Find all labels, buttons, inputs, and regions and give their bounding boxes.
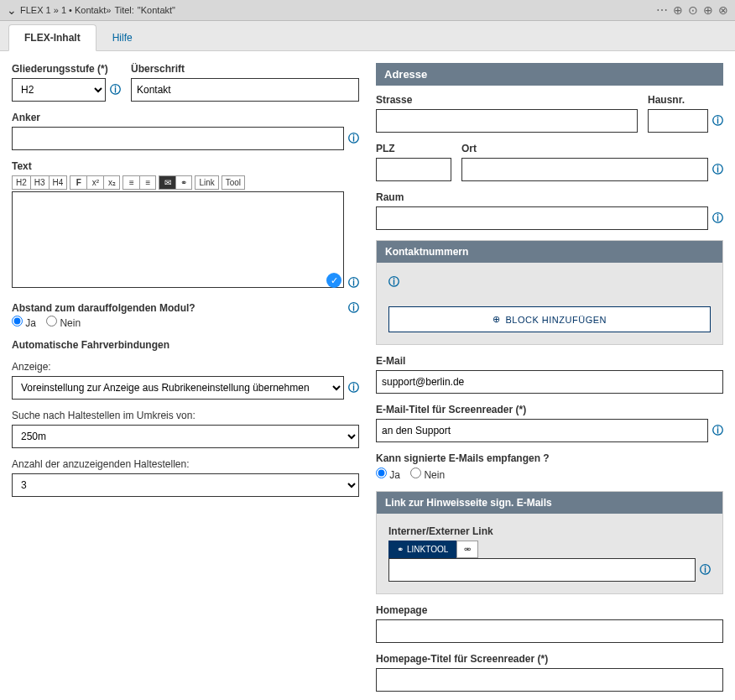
homepage-titel-label: Homepage-Titel für Screenreader (*) [376, 653, 723, 665]
info-icon[interactable]: ⓘ [712, 423, 723, 438]
info-icon[interactable]: ⓘ [347, 275, 359, 290]
info-icon[interactable]: ⓘ [347, 300, 359, 316]
link-input[interactable] [388, 558, 696, 582]
adresse-header: Adresse [376, 63, 723, 86]
bold-button[interactable]: F [70, 175, 86, 190]
mail-icon[interactable]: ✉ [159, 175, 175, 190]
breadcrumb: ⌄ FLEX 1 » 1 • Kontakt» Titel: "Kontakt" [7, 3, 175, 17]
gliederung-label: Gliederungsstufe (*) [12, 63, 121, 75]
email-label: E-Mail [376, 355, 723, 367]
anzeige-select[interactable]: Voreinstellung zur Anzeige aus Rubrikene… [12, 376, 344, 400]
tab-hilfe[interactable]: Hilfe [96, 24, 149, 50]
suche-select[interactable]: 250m [12, 425, 359, 448]
signierte-ja-radio[interactable]: Ja [376, 468, 400, 481]
raum-input[interactable] [376, 206, 708, 230]
breadcrumb-prefix: FLEX 1 » 1 • Kontakt» [20, 5, 111, 15]
plz-label: PLZ [376, 143, 451, 154]
text-label: Text [12, 160, 359, 172]
add-icon[interactable]: ⊕ [673, 3, 683, 17]
more-icon[interactable]: ⋯ [656, 3, 668, 17]
raum-label: Raum [376, 191, 723, 203]
anzahl-select[interactable]: 3 [12, 473, 359, 497]
link-button[interactable]: Link [195, 175, 218, 190]
signierte-label: Kann signierte E-Mails empfangen ? [376, 452, 723, 464]
hausnr-input[interactable] [648, 109, 708, 133]
homepage-input[interactable] [376, 619, 723, 643]
sub-button[interactable]: x₂ [103, 175, 120, 190]
email-input[interactable] [376, 370, 723, 394]
chevron-down-icon[interactable]: ⌄ [7, 3, 17, 17]
tab-bar: FLEX-Inhalt Hilfe [0, 21, 735, 51]
anker-label: Anker [12, 112, 359, 123]
link-icon[interactable]: ⚭ [175, 175, 192, 190]
h2-button[interactable]: H2 [12, 175, 30, 190]
ort-input[interactable] [461, 158, 708, 181]
info-icon[interactable]: ⓘ [388, 275, 399, 288]
add-block-button[interactable]: ⊕ BLOCK HINZUFÜGEN [388, 306, 711, 332]
window-header: ⌄ FLEX 1 » 1 • Kontakt» Titel: "Kontakt"… [0, 0, 735, 21]
homepage-titel-input[interactable] [376, 668, 723, 692]
suche-label: Suche nach Haltestellen im Umkreis von: [12, 410, 195, 421]
breadcrumb-title-value: "Kontakt" [138, 5, 175, 15]
richtext-toolbar: H2 H3 H4 F x² x₂ ≡ ≡ ✉ ⚭ Link T [12, 175, 359, 190]
strasse-input[interactable] [376, 109, 638, 133]
ueberschrift-label: Überschrift [131, 63, 359, 75]
breadcrumb-title-label: Titel: [114, 5, 133, 15]
ort-label: Ort [461, 143, 723, 154]
tool-button[interactable]: Tool [222, 175, 245, 190]
email-titel-input[interactable] [376, 419, 708, 442]
text-textarea[interactable] [12, 191, 344, 288]
anker-input[interactable] [12, 127, 344, 150]
info-icon[interactable]: ⓘ [347, 131, 359, 146]
anzeige-label: Anzeige: [12, 361, 51, 373]
info-icon[interactable]: ⓘ [712, 113, 723, 128]
check-icon: ✓ [326, 273, 341, 288]
ul-button[interactable]: ≡ [122, 175, 139, 190]
abstand-nein-radio[interactable]: Nein [46, 316, 81, 329]
hausnr-label: Hausnr. [648, 94, 723, 106]
plz-input[interactable] [376, 158, 451, 181]
kontaktnummern-header: Kontaktnummern [377, 241, 722, 263]
add-icon: ⊕ [493, 314, 501, 325]
down-icon[interactable]: ⊙ [688, 3, 698, 17]
signierte-nein-radio[interactable]: Nein [410, 468, 445, 481]
info-icon[interactable]: ⓘ [109, 82, 121, 97]
ol-button[interactable]: ≡ [139, 175, 156, 190]
interner-link-label: Interner/Externer Link [388, 525, 711, 537]
unlink-button[interactable]: ⚮ [456, 541, 478, 558]
fahrverbindungen-label: Automatische Fahrverbindungen [12, 339, 359, 351]
tab-flex-inhalt[interactable]: FLEX-Inhalt [8, 24, 96, 51]
sup-button[interactable]: x² [86, 175, 103, 190]
anzahl-label: Anzahl der anzuzeigenden Haltestellen: [12, 458, 189, 470]
info-icon[interactable]: ⓘ [712, 211, 723, 226]
up-icon[interactable]: ⊕ [703, 3, 713, 17]
linktool-button[interactable]: ⚭ LINKTOOL [388, 541, 456, 558]
abstand-label: Abstand zum darauffolgenden Modul? [12, 302, 344, 314]
close-icon[interactable]: ⊗ [718, 3, 728, 17]
email-titel-label: E-Mail-Titel für Screenreader (*) [376, 404, 723, 415]
h3-button[interactable]: H3 [30, 175, 49, 190]
link-icon: ⚭ [397, 545, 404, 554]
ueberschrift-input[interactable] [131, 78, 359, 102]
info-icon[interactable]: ⓘ [699, 562, 711, 577]
h4-button[interactable]: H4 [49, 175, 68, 190]
info-icon[interactable]: ⓘ [347, 380, 359, 395]
abstand-ja-radio[interactable]: Ja [12, 316, 36, 329]
gliederung-select[interactable]: H2 [12, 78, 106, 102]
homepage-label: Homepage [376, 604, 723, 616]
info-icon[interactable]: ⓘ [712, 162, 723, 177]
link-hinweis-header: Link zur Hinweisseite sign. E-Mails [377, 492, 722, 514]
window-controls: ⋯ ⊕ ⊙ ⊕ ⊗ [656, 3, 728, 17]
strasse-label: Strasse [376, 94, 638, 106]
